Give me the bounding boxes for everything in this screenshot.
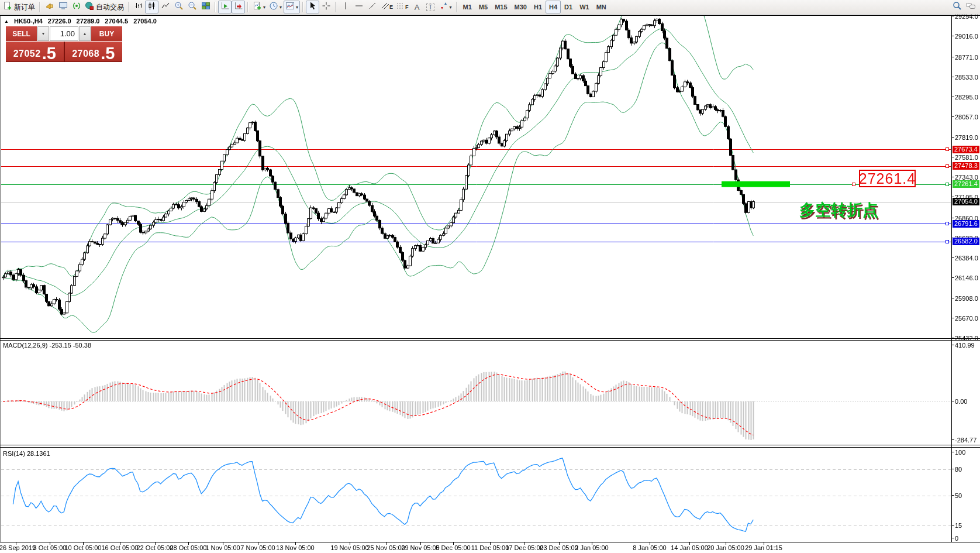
chat-button[interactable] [964, 1, 978, 13]
rsi-axis-label: 50 [955, 492, 962, 499]
auto-trading-button[interactable]: 自动交易 [83, 1, 126, 13]
search-button[interactable] [950, 1, 964, 13]
timeframe-h1-button[interactable]: H1 [530, 1, 546, 13]
price-axis-label: 26146.0 [955, 274, 978, 281]
bar-chart-button[interactable] [132, 1, 145, 13]
vertical-line-button[interactable] [339, 1, 352, 13]
signal-icon [72, 1, 81, 13]
sell-price-button[interactable]: 27052 .5 [6, 42, 64, 61]
cursor-button[interactable] [306, 1, 319, 13]
rsi-axis-label: 100 [955, 449, 965, 456]
crosshair-icon [322, 1, 331, 13]
alerts-button[interactable] [43, 1, 56, 13]
fibonacci-button[interactable]: F [395, 1, 410, 13]
volume-input[interactable]: 1.00 [50, 26, 78, 41]
price-axis-label: 25908.0 [955, 295, 978, 302]
date-axis-label: 8 Jan 05:00 [633, 544, 667, 551]
timeframe-m15-button[interactable]: M15 [491, 1, 510, 13]
timeframe-m30-button[interactable]: M30 [511, 1, 530, 13]
candlestick-icon [147, 1, 157, 13]
timeframe-d1-button[interactable]: D1 [561, 1, 576, 13]
search-icon [953, 1, 962, 13]
date-axis-label: 19 Nov 05:00 [330, 544, 368, 551]
terminal-button[interactable] [56, 1, 70, 13]
tile-windows-button[interactable] [199, 1, 212, 13]
collapse-panel-icon[interactable]: ▲ [4, 19, 9, 24]
date-axis-label: 2 Jan 05:00 [575, 544, 609, 551]
candlestick-chart-button[interactable] [145, 1, 158, 13]
indicators-button[interactable]: ▾ [251, 1, 267, 13]
tile-windows-icon [201, 1, 211, 13]
rsi-axis-label: 80 [955, 466, 962, 473]
crosshair-button[interactable] [319, 1, 333, 13]
new-order-label: 新订单 [14, 2, 35, 12]
new-order-icon [3, 1, 12, 13]
date-axis-label: 3 Oct 05:00 [33, 544, 67, 551]
chat-icon [965, 1, 976, 13]
sell-button[interactable]: SELL [6, 26, 37, 41]
channel-button[interactable]: E [379, 1, 395, 13]
toolbar-separator [39, 2, 40, 12]
turning-point-annotation: 多空转折点 [799, 200, 878, 221]
terminal-icon [58, 1, 68, 13]
price-axis-label: 28771.0 [955, 54, 978, 61]
price-axis-label: 25432.0 [955, 335, 978, 342]
channel-letter: E [389, 4, 393, 10]
date-axis-label: 7 Nov 05:00 [240, 544, 275, 551]
arrows-tool-button[interactable]: ▾ [437, 1, 454, 13]
symbol-info-bar: ▲ HK50-,H4 27226.0 27289.0 27044.5 27054… [4, 18, 157, 25]
signals-button[interactable] [70, 1, 83, 13]
volume-decrease-button[interactable]: ▼ [37, 26, 49, 41]
timeframe-m5-button[interactable]: M5 [475, 1, 491, 13]
chevron-down-icon: ▾ [296, 5, 298, 10]
trendline-icon [368, 1, 377, 13]
trendline-button[interactable] [365, 1, 379, 13]
text-tool-button[interactable]: A [410, 1, 424, 13]
timeframe-mn-button[interactable]: MN [593, 1, 610, 13]
symbol-title: HK50-,H4 [14, 18, 43, 25]
label-tool-button[interactable]: T [424, 1, 437, 13]
auto-scroll-button[interactable] [218, 1, 232, 13]
horizontal-line-button[interactable] [352, 1, 365, 13]
rsi-indicator-label: RSI(14) 28.1361 [3, 450, 50, 457]
date-axis-label: 25 Nov 05:00 [367, 544, 405, 551]
sell-price-frac: .5 [42, 46, 56, 61]
price-axis-label: 27819.0 [955, 134, 978, 141]
horizontal-line-icon [354, 1, 364, 13]
line-chart-button[interactable] [158, 1, 172, 13]
chart-shift-icon [234, 1, 243, 13]
buy-price-button[interactable]: 27068 .5 [65, 42, 123, 61]
chart-canvas[interactable] [0, 0, 980, 553]
price-line-badge: 26791.6 [953, 220, 979, 228]
timeframe-h4-button[interactable]: H4 [546, 1, 561, 13]
channel-icon [381, 1, 389, 13]
volume-increase-button[interactable]: ▲ [79, 26, 91, 41]
buy-button[interactable]: BUY [91, 26, 122, 41]
periods-button[interactable]: ▾ [267, 1, 284, 13]
bar-chart-icon [134, 1, 143, 13]
auto-trading-icon [85, 1, 94, 13]
price-line-badge: 27261.4 [953, 180, 979, 188]
zoom-out-icon [188, 1, 197, 13]
price-axis-label: 25670.0 [955, 315, 978, 322]
zoom-out-button[interactable] [185, 1, 199, 13]
arrows-tool-icon [439, 1, 448, 13]
line-chart-icon [161, 1, 170, 13]
ohlc-close: 27054.0 [133, 18, 157, 25]
zoom-in-button[interactable] [172, 1, 185, 13]
timeframe-m1-button[interactable]: M1 [460, 1, 475, 13]
price-line-badge: 26582.0 [953, 238, 979, 245]
chart-template-button[interactable]: ▾ [284, 1, 300, 13]
price-axis-label: 26384.0 [955, 255, 978, 262]
price-line-badge: 27478.3 [953, 162, 979, 170]
price-annotation-box[interactable]: 27261.4 [859, 170, 916, 187]
date-axis-label: 14 Jan 05:00 [671, 544, 708, 551]
clock-icon [269, 1, 278, 13]
toolbar: 新订单 自动交易 ▾ ▾ ▾ [0, 0, 980, 15]
new-order-button[interactable]: 新订单 [1, 1, 37, 13]
timeframe-w1-button[interactable]: W1 [576, 1, 593, 13]
auto-trading-label: 自动交易 [96, 2, 124, 12]
price-axis-label: 27581.0 [955, 154, 978, 161]
chart-shift-button[interactable] [232, 1, 245, 13]
date-axis-label: 26 Sep 2019 [0, 544, 36, 551]
